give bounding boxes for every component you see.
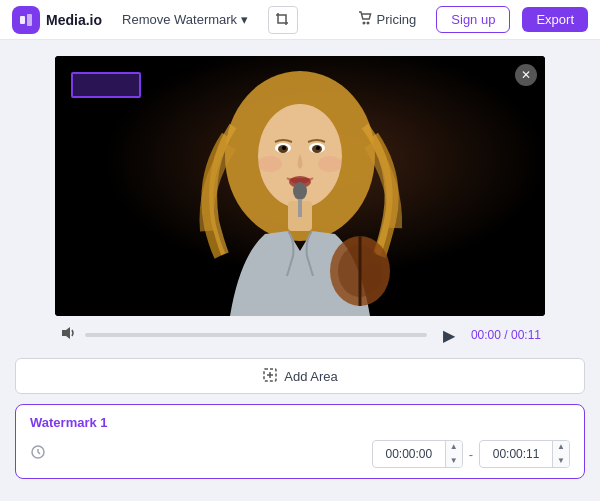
main-content: ✕ ▶ 00:00 / 00:11 Add Area [0, 40, 600, 479]
close-button[interactable]: ✕ [515, 64, 537, 86]
svg-rect-22 [298, 199, 302, 217]
play-button[interactable]: ▶ [435, 326, 463, 345]
add-area-label: Add Area [284, 369, 338, 384]
watermark-selection-box[interactable] [71, 72, 141, 98]
start-time-input[interactable] [373, 447, 445, 461]
progress-bar[interactable] [85, 333, 427, 337]
pricing-button[interactable]: Pricing [350, 7, 425, 32]
end-time-spinners: ▲ ▼ [552, 440, 569, 468]
start-time-input-box[interactable]: ▲ ▼ [372, 440, 463, 468]
cart-icon [358, 11, 372, 28]
export-button[interactable]: Export [522, 7, 588, 32]
watermark-time-row: ▲ ▼ - ▲ ▼ [30, 440, 570, 468]
crop-tool-button[interactable] [268, 6, 298, 34]
watermark-card: Watermark 1 ▲ ▼ - [15, 404, 585, 479]
end-time-input[interactable] [480, 447, 552, 461]
svg-point-16 [318, 156, 342, 172]
watermark-card-title: Watermark 1 [30, 415, 570, 430]
remove-watermark-label: Remove Watermark [122, 12, 237, 27]
logo-icon [12, 6, 40, 34]
start-time-down[interactable]: ▼ [446, 454, 462, 468]
svg-point-15 [258, 156, 282, 172]
svg-point-13 [316, 146, 320, 150]
video-player: ✕ [55, 56, 545, 316]
time-range-inputs: ▲ ▼ - ▲ ▼ [372, 440, 570, 468]
svg-point-3 [367, 22, 369, 24]
end-time-up[interactable]: ▲ [553, 440, 569, 454]
svg-marker-23 [62, 327, 70, 339]
svg-point-21 [293, 182, 307, 200]
add-area-button[interactable]: Add Area [15, 358, 585, 394]
end-time-input-box[interactable]: ▲ ▼ [479, 440, 570, 468]
volume-icon[interactable] [59, 324, 77, 346]
add-area-icon [262, 367, 278, 386]
svg-point-12 [282, 146, 286, 150]
header: Media.io Remove Watermark ▾ Pricing Sign… [0, 0, 600, 40]
clock-icon [30, 444, 46, 464]
controls-bar: ▶ 00:00 / 00:11 [55, 316, 545, 354]
time-display: 00:00 / 00:11 [471, 328, 541, 342]
signup-button[interactable]: Sign up [436, 6, 510, 33]
svg-point-2 [363, 22, 365, 24]
remove-watermark-button[interactable]: Remove Watermark ▾ [114, 8, 256, 31]
end-time-down[interactable]: ▼ [553, 454, 569, 468]
logo-text: Media.io [46, 12, 102, 28]
start-time-up[interactable]: ▲ [446, 440, 462, 454]
logo: Media.io [12, 6, 102, 34]
svg-rect-1 [27, 14, 32, 26]
start-time-spinners: ▲ ▼ [445, 440, 462, 468]
pricing-label: Pricing [377, 12, 417, 27]
time-separator: - [469, 447, 473, 462]
svg-rect-0 [20, 16, 25, 24]
chevron-down-icon: ▾ [241, 12, 248, 27]
